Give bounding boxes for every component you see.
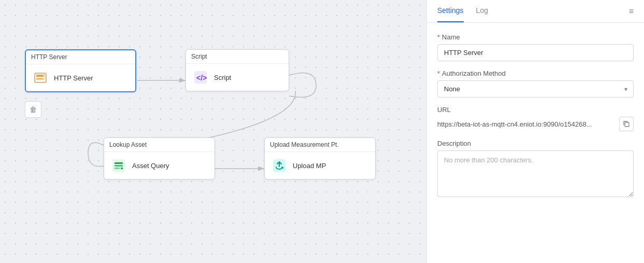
node-http-server[interactable]: HTTP Server HTTP Server bbox=[25, 49, 136, 92]
copy-icon bbox=[623, 120, 630, 128]
svg-rect-11 bbox=[115, 162, 123, 164]
right-panel: Settings Log ≡ *Name *Authorization Meth… bbox=[426, 0, 644, 263]
delete-button[interactable]: 🗑 bbox=[25, 101, 41, 118]
tab-log[interactable]: Log bbox=[476, 0, 488, 22]
svg-rect-14 bbox=[121, 168, 123, 169]
svg-rect-16 bbox=[625, 122, 629, 127]
name-required-star: * bbox=[437, 33, 440, 41]
panel-tabs: Settings Log ≡ bbox=[427, 0, 644, 23]
auth-required-star: * bbox=[437, 70, 440, 77]
url-value: https://beta-iot-as-mqtt-cn4.eniot.io:90… bbox=[437, 120, 615, 128]
auth-group: *Authorization Method None Basic Token O… bbox=[437, 70, 634, 98]
auth-select[interactable]: None Basic Token OAuth2 bbox=[437, 80, 634, 98]
upload-mp-icon bbox=[271, 157, 288, 174]
node-script-header: Script bbox=[186, 50, 289, 64]
canvas: HTTP Server HTTP Server Script bbox=[0, 0, 426, 263]
node-lookup-asset[interactable]: Lookup Asset Asset Query bbox=[104, 137, 215, 179]
svg-text:</>: </> bbox=[196, 74, 207, 82]
panel-content: *Name *Authorization Method None Basic T… bbox=[427, 23, 644, 263]
description-label: Description bbox=[437, 140, 634, 147]
svg-rect-13 bbox=[115, 168, 120, 169]
url-group: URL https://beta-iot-as-mqtt-cn4.eniot.i… bbox=[437, 106, 634, 131]
connection-lines bbox=[0, 0, 426, 263]
tab-settings[interactable]: Settings bbox=[437, 0, 464, 22]
url-value-row: https://beta-iot-as-mqtt-cn4.eniot.io:90… bbox=[437, 117, 634, 131]
node-upload-mp[interactable]: Upload Measurement Pt. Upload MP bbox=[264, 137, 376, 179]
trash-icon: 🗑 bbox=[30, 105, 37, 114]
url-label: URL bbox=[437, 106, 634, 114]
name-group: *Name bbox=[437, 33, 634, 61]
node-http-server-label: HTTP Server bbox=[54, 74, 93, 82]
auth-label: *Authorization Method bbox=[437, 70, 634, 77]
copy-url-button[interactable] bbox=[619, 117, 634, 131]
svg-point-7 bbox=[43, 78, 44, 79]
svg-rect-12 bbox=[115, 165, 123, 167]
http-server-icon bbox=[32, 70, 49, 86]
node-lookup-asset-label: Asset Query bbox=[132, 162, 169, 170]
name-input[interactable] bbox=[437, 44, 634, 61]
node-script[interactable]: Script </> Script bbox=[185, 49, 289, 91]
node-lookup-asset-header: Lookup Asset bbox=[104, 138, 214, 152]
description-group: Description bbox=[437, 140, 634, 197]
name-label: *Name bbox=[437, 33, 634, 41]
auth-select-wrapper: None Basic Token OAuth2 ▾ bbox=[437, 80, 634, 98]
node-upload-mp-label: Upload MP bbox=[293, 162, 326, 170]
node-script-label: Script bbox=[214, 74, 231, 81]
asset-query-icon bbox=[110, 157, 127, 174]
node-upload-mp-header: Upload Measurement Pt. bbox=[265, 138, 375, 152]
description-textarea[interactable] bbox=[437, 150, 634, 197]
panel-menu-icon[interactable]: ≡ bbox=[629, 7, 634, 16]
script-icon: </> bbox=[192, 69, 209, 86]
svg-point-6 bbox=[43, 75, 44, 76]
node-http-server-header: HTTP Server bbox=[26, 50, 135, 64]
